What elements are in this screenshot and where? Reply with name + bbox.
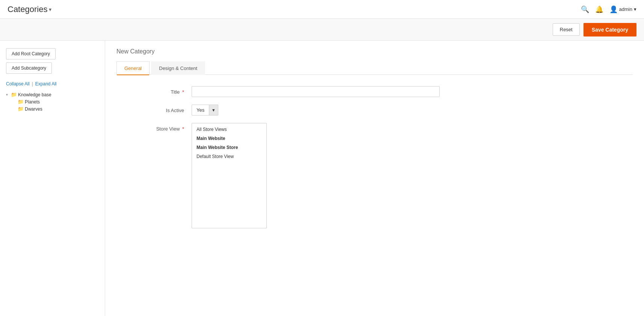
tab-general-label: General [124, 65, 142, 71]
search-icon[interactable]: 🔍 [581, 5, 589, 14]
is-active-value: Yes [192, 105, 209, 115]
sidebar: Add Root Category Add Subcategory Collap… [0, 41, 105, 316]
tab-design-content[interactable]: Design & Content [151, 61, 205, 75]
tree-child-label-2: Dwarves [25, 106, 42, 112]
store-option-default-store-view[interactable]: Default Store View [192, 152, 266, 161]
is-active-row: Is Active Yes ▾ [116, 105, 455, 115]
main-content: Add Root Category Add Subcategory Collap… [0, 41, 644, 316]
title-row: Title * [116, 86, 455, 97]
tree-expand-icon: ▾ [6, 93, 10, 97]
add-subcategory-button[interactable]: Add Subcategory [6, 62, 52, 74]
save-category-button[interactable]: Save Category [584, 23, 636, 36]
store-option-all[interactable]: All Store Views [192, 125, 266, 134]
new-category-title: New Category [116, 48, 633, 55]
page-title: Categories ▾ [8, 5, 51, 14]
is-active-label: Is Active [116, 105, 192, 113]
title-input[interactable] [192, 86, 440, 97]
user-icon: 👤 [609, 5, 618, 14]
admin-chevron: ▾ [634, 6, 636, 12]
title-required: * [182, 89, 184, 95]
general-form: Title * Is Active Yes ▾ [116, 86, 455, 228]
title-label: Title * [116, 86, 192, 95]
page-title-chevron[interactable]: ▾ [49, 6, 51, 12]
tree-child-item[interactable]: 📁 Planets [13, 98, 99, 105]
header-right: 🔍 🔔 👤 admin ▾ [581, 5, 636, 14]
notification-icon[interactable]: 🔔 [595, 5, 603, 14]
expand-all-link[interactable]: Expand All [35, 81, 57, 87]
child-folder-icon: 📁 [18, 99, 24, 105]
child-folder-icon-2: 📁 [18, 106, 24, 112]
tabs: General Design & Content [116, 61, 633, 75]
tree-children: 📁 Planets 📁 Dwarves [6, 98, 99, 112]
category-tree: ▾ 📁 Knowledge base 📁 Planets 📁 Dwarves [6, 91, 99, 112]
page-title-text: Categories [8, 5, 47, 14]
store-view-required: * [182, 126, 184, 132]
root-folder-icon: 📁 [11, 92, 17, 97]
admin-label: admin [619, 6, 632, 12]
tab-design-content-label: Design & Content [159, 65, 197, 71]
store-view-control: All Store Views Main Website Main Websit… [192, 123, 455, 228]
is-active-split-btn[interactable]: Yes ▾ [192, 105, 218, 115]
is-active-dropdown-arrow[interactable]: ▾ [209, 105, 218, 115]
collapse-all-link[interactable]: Collapse All [6, 81, 30, 87]
top-header: Categories ▾ 🔍 🔔 👤 admin ▾ [0, 0, 644, 19]
sidebar-buttons: Add Root Category Add Subcategory [6, 48, 99, 74]
store-view-select[interactable]: All Store Views Main Website Main Websit… [192, 123, 267, 228]
tree-child-label: Planets [25, 99, 40, 105]
add-root-category-button[interactable]: Add Root Category [6, 48, 56, 59]
title-control [192, 86, 455, 97]
tree-root-label: Knowledge base [18, 92, 51, 97]
store-option-main-website[interactable]: Main Website [192, 134, 266, 143]
reset-button[interactable]: Reset [553, 23, 580, 36]
tree-controls: Collapse All | Expand All [6, 81, 99, 87]
content-area: New Category General Design & Content Ti… [105, 41, 644, 316]
tree-separator: | [32, 81, 33, 87]
store-view-label: Store View * [116, 123, 192, 132]
store-option-main-website-store[interactable]: Main Website Store [192, 143, 266, 152]
tree-root-item[interactable]: ▾ 📁 Knowledge base [6, 91, 99, 98]
admin-menu[interactable]: 👤 admin ▾ [609, 5, 636, 14]
tree-child-item[interactable]: 📁 Dwarves [13, 105, 99, 112]
tab-general[interactable]: General [116, 61, 150, 75]
is-active-control: Yes ▾ [192, 105, 455, 115]
store-view-row: Store View * All Store Views Main Websit… [116, 123, 455, 228]
action-bar: Reset Save Category [0, 19, 644, 41]
